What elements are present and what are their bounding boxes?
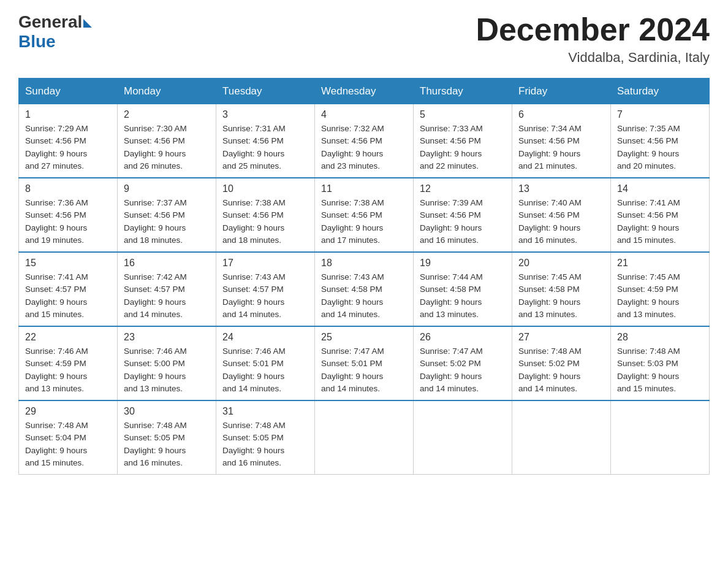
calendar-week-row: 1 Sunrise: 7:29 AMSunset: 4:56 PMDayligh… [19, 104, 710, 178]
day-number: 11 [321, 183, 407, 194]
calendar-day-cell: 14 Sunrise: 7:41 AMSunset: 4:56 PMDaylig… [611, 178, 710, 252]
day-info: Sunrise: 7:46 AMSunset: 5:00 PMDaylight:… [124, 347, 187, 393]
day-number: 15 [25, 258, 111, 269]
day-number: 29 [25, 406, 111, 417]
calendar-header-row: SundayMondayTuesdayWednesdayThursdayFrid… [19, 79, 710, 104]
day-info: Sunrise: 7:33 AMSunset: 4:56 PMDaylight:… [420, 124, 483, 170]
day-number: 13 [518, 183, 604, 194]
calendar-day-cell: 16 Sunrise: 7:42 AMSunset: 4:57 PMDaylig… [118, 252, 216, 326]
location-text: Viddalba, Sardinia, Italy [476, 50, 710, 66]
logo-triangle-icon [83, 19, 92, 28]
day-info: Sunrise: 7:37 AMSunset: 4:56 PMDaylight:… [124, 198, 187, 245]
page-header: General Blue December 2024 Viddalba, Sar… [18, 12, 710, 66]
calendar-week-row: 22 Sunrise: 7:46 AMSunset: 4:59 PMDaylig… [19, 326, 710, 400]
day-number: 31 [222, 406, 308, 417]
day-info: Sunrise: 7:43 AMSunset: 4:57 PMDaylight:… [222, 272, 286, 319]
calendar-day-cell: 6 Sunrise: 7:34 AMSunset: 4:56 PMDayligh… [512, 104, 611, 178]
calendar-table: SundayMondayTuesdayWednesdayThursdayFrid… [18, 78, 710, 475]
day-number: 6 [518, 109, 604, 120]
calendar-week-row: 8 Sunrise: 7:36 AMSunset: 4:56 PMDayligh… [19, 178, 710, 252]
calendar-day-cell [315, 400, 414, 475]
calendar-day-cell: 1 Sunrise: 7:29 AMSunset: 4:56 PMDayligh… [19, 104, 118, 178]
calendar-day-cell: 8 Sunrise: 7:36 AMSunset: 4:56 PMDayligh… [19, 178, 118, 252]
day-info: Sunrise: 7:41 AMSunset: 4:57 PMDaylight:… [25, 272, 88, 319]
day-number: 4 [321, 109, 407, 120]
day-of-week-header: Thursday [414, 79, 512, 104]
day-info: Sunrise: 7:39 AMSunset: 4:56 PMDaylight:… [420, 198, 483, 245]
calendar-day-cell: 31 Sunrise: 7:48 AMSunset: 5:05 PMDaylig… [216, 400, 315, 475]
day-number: 20 [518, 258, 604, 269]
day-info: Sunrise: 7:32 AMSunset: 4:56 PMDaylight:… [321, 124, 384, 170]
day-number: 17 [222, 258, 308, 269]
day-number: 24 [222, 332, 308, 343]
day-number: 8 [25, 183, 111, 194]
calendar-day-cell: 2 Sunrise: 7:30 AMSunset: 4:56 PMDayligh… [118, 104, 216, 178]
calendar-day-cell: 28 Sunrise: 7:48 AMSunset: 5:03 PMDaylig… [611, 326, 710, 400]
day-info: Sunrise: 7:47 AMSunset: 5:01 PMDaylight:… [321, 347, 384, 393]
calendar-day-cell: 27 Sunrise: 7:48 AMSunset: 5:02 PMDaylig… [512, 326, 611, 400]
calendar-day-cell: 19 Sunrise: 7:44 AMSunset: 4:58 PMDaylig… [414, 252, 512, 326]
calendar-week-row: 29 Sunrise: 7:48 AMSunset: 5:04 PMDaylig… [19, 400, 710, 475]
day-number: 9 [124, 183, 210, 194]
day-number: 23 [124, 332, 210, 343]
calendar-week-row: 15 Sunrise: 7:41 AMSunset: 4:57 PMDaylig… [19, 252, 710, 326]
day-of-week-header: Saturday [611, 79, 710, 104]
calendar-day-cell [611, 400, 710, 475]
day-info: Sunrise: 7:46 AMSunset: 5:01 PMDaylight:… [222, 347, 286, 393]
calendar-day-cell: 7 Sunrise: 7:35 AMSunset: 4:56 PMDayligh… [611, 104, 710, 178]
calendar-day-cell: 18 Sunrise: 7:43 AMSunset: 4:58 PMDaylig… [315, 252, 414, 326]
calendar-day-cell [512, 400, 611, 475]
calendar-day-cell: 3 Sunrise: 7:31 AMSunset: 4:56 PMDayligh… [216, 104, 315, 178]
day-info: Sunrise: 7:45 AMSunset: 4:58 PMDaylight:… [518, 272, 582, 319]
day-number: 1 [25, 109, 111, 120]
day-number: 21 [617, 258, 703, 269]
day-number: 27 [518, 332, 604, 343]
day-info: Sunrise: 7:38 AMSunset: 4:56 PMDaylight:… [222, 198, 286, 245]
day-of-week-header: Friday [512, 79, 611, 104]
day-number: 25 [321, 332, 407, 343]
logo-blue-text: Blue [18, 32, 56, 52]
calendar-day-cell: 10 Sunrise: 7:38 AMSunset: 4:56 PMDaylig… [216, 178, 315, 252]
calendar-day-cell: 29 Sunrise: 7:48 AMSunset: 5:04 PMDaylig… [19, 400, 118, 475]
day-number: 12 [420, 183, 506, 194]
day-of-week-header: Tuesday [216, 79, 315, 104]
calendar-day-cell: 26 Sunrise: 7:47 AMSunset: 5:02 PMDaylig… [414, 326, 512, 400]
day-info: Sunrise: 7:46 AMSunset: 4:59 PMDaylight:… [25, 347, 88, 393]
day-info: Sunrise: 7:29 AMSunset: 4:56 PMDaylight:… [25, 124, 88, 170]
day-info: Sunrise: 7:42 AMSunset: 4:57 PMDaylight:… [124, 272, 187, 319]
calendar-day-cell: 12 Sunrise: 7:39 AMSunset: 4:56 PMDaylig… [414, 178, 512, 252]
day-info: Sunrise: 7:40 AMSunset: 4:56 PMDaylight:… [518, 198, 582, 245]
day-info: Sunrise: 7:48 AMSunset: 5:03 PMDaylight:… [617, 347, 680, 393]
calendar-day-cell: 4 Sunrise: 7:32 AMSunset: 4:56 PMDayligh… [315, 104, 414, 178]
day-number: 14 [617, 183, 703, 194]
day-info: Sunrise: 7:48 AMSunset: 5:05 PMDaylight:… [124, 421, 187, 467]
day-info: Sunrise: 7:48 AMSunset: 5:04 PMDaylight:… [25, 421, 88, 467]
day-of-week-header: Monday [118, 79, 216, 104]
day-info: Sunrise: 7:47 AMSunset: 5:02 PMDaylight:… [420, 347, 483, 393]
day-number: 10 [222, 183, 308, 194]
day-info: Sunrise: 7:35 AMSunset: 4:56 PMDaylight:… [617, 124, 680, 170]
day-number: 7 [617, 109, 703, 120]
calendar-day-cell: 17 Sunrise: 7:43 AMSunset: 4:57 PMDaylig… [216, 252, 315, 326]
day-number: 19 [420, 258, 506, 269]
day-info: Sunrise: 7:41 AMSunset: 4:56 PMDaylight:… [617, 198, 680, 245]
calendar-day-cell: 25 Sunrise: 7:47 AMSunset: 5:01 PMDaylig… [315, 326, 414, 400]
title-area: December 2024 Viddalba, Sardinia, Italy [476, 12, 710, 66]
calendar-day-cell: 24 Sunrise: 7:46 AMSunset: 5:01 PMDaylig… [216, 326, 315, 400]
logo: General Blue [18, 12, 92, 52]
calendar-day-cell: 22 Sunrise: 7:46 AMSunset: 4:59 PMDaylig… [19, 326, 118, 400]
day-number: 2 [124, 109, 210, 120]
day-info: Sunrise: 7:38 AMSunset: 4:56 PMDaylight:… [321, 198, 384, 245]
day-info: Sunrise: 7:43 AMSunset: 4:58 PMDaylight:… [321, 272, 384, 319]
day-number: 16 [124, 258, 210, 269]
calendar-day-cell: 23 Sunrise: 7:46 AMSunset: 5:00 PMDaylig… [118, 326, 216, 400]
day-info: Sunrise: 7:45 AMSunset: 4:59 PMDaylight:… [617, 272, 680, 319]
calendar-day-cell: 20 Sunrise: 7:45 AMSunset: 4:58 PMDaylig… [512, 252, 611, 326]
calendar-day-cell: 5 Sunrise: 7:33 AMSunset: 4:56 PMDayligh… [414, 104, 512, 178]
day-number: 3 [222, 109, 308, 120]
month-title: December 2024 [476, 12, 710, 47]
day-info: Sunrise: 7:34 AMSunset: 4:56 PMDaylight:… [518, 124, 582, 170]
day-number: 30 [124, 406, 210, 417]
day-number: 18 [321, 258, 407, 269]
calendar-day-cell: 15 Sunrise: 7:41 AMSunset: 4:57 PMDaylig… [19, 252, 118, 326]
